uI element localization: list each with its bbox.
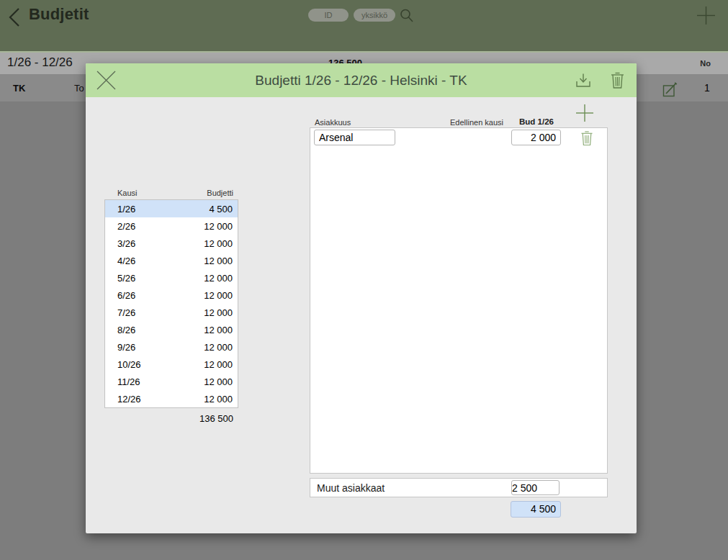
period-row[interactable]: 12/26 12 000 (105, 390, 238, 407)
budget-column-header: Budjetti (104, 189, 233, 197)
delete-budget-button[interactable] (610, 71, 625, 89)
budget-cell: 12 000 (204, 325, 233, 335)
budget-row-name: To (74, 83, 84, 94)
delete-account-button[interactable] (580, 130, 593, 146)
period-cell: 1/26 (117, 204, 135, 214)
add-budget-button[interactable] (696, 6, 716, 25)
accounts-total: 4 500 (511, 501, 561, 518)
search-icon (399, 8, 414, 23)
filter-pill-id[interactable]: ID (308, 9, 349, 22)
period-cell: 12/26 (117, 394, 141, 405)
trash-icon (610, 71, 625, 89)
period-table: 1/26 4 500 2/26 12 000 3/26 12 000 4/26 … (104, 199, 238, 408)
app-header: Budjetit ID yksikkö (0, 0, 728, 51)
page-title: Budjetit (29, 5, 89, 24)
back-button[interactable] (4, 6, 26, 29)
account-budget-input[interactable] (511, 130, 561, 145)
budget-cell: 12 000 (204, 273, 233, 284)
budget-cell: 12 000 (204, 342, 233, 353)
period-row[interactable]: 1/26 4 500 (105, 200, 238, 217)
account-name-input[interactable] (314, 130, 395, 145)
no-column-header: No (700, 59, 711, 68)
other-accounts-label: Muut asiakkaat (317, 482, 385, 494)
period-row[interactable]: 8/26 12 000 (105, 321, 238, 338)
budget-cell: 12 000 (204, 221, 233, 232)
budget-cell: 12 000 (204, 359, 233, 370)
account-row (310, 128, 607, 148)
budget-cell: 12 000 (204, 394, 233, 405)
budget-modal: Budjetti 1/26 - 12/26 - Helsinki - TK (86, 63, 637, 533)
period-cell: 5/26 (117, 273, 135, 284)
plus-icon (696, 6, 716, 25)
trash-icon (580, 130, 593, 146)
budget-row-code: TK (13, 83, 25, 94)
budget-row-number: 1 (704, 82, 710, 94)
close-icon (95, 69, 117, 91)
period-row[interactable]: 10/26 12 000 (105, 356, 238, 373)
budget-cell: 4 500 (209, 204, 233, 214)
period-row[interactable]: 2/26 12 000 (105, 217, 238, 235)
period-row[interactable]: 11/26 12 000 (105, 373, 238, 390)
plus-icon (575, 104, 594, 122)
period-cell: 9/26 (117, 342, 135, 353)
period-row[interactable]: 9/26 12 000 (105, 338, 238, 356)
edit-budget-button[interactable] (661, 81, 678, 98)
budget-cell: 12 000 (204, 307, 233, 318)
budget-cell: 12 000 (204, 290, 233, 301)
period-cell: 11/26 (117, 376, 140, 387)
period-cell: 3/26 (117, 238, 135, 249)
modal-header: Budjetti 1/26 - 12/26 - Helsinki - TK (86, 63, 637, 97)
budget-cell: 12 000 (204, 238, 233, 249)
accounts-list (310, 127, 608, 474)
period-cell: 2/26 (117, 221, 135, 232)
period-table-total: 136 500 (104, 413, 233, 424)
period-cell: 4/26 (117, 256, 135, 266)
budget-cell: 12 000 (204, 256, 233, 266)
period-cell: 10/26 (117, 359, 141, 370)
previous-period-column-header: Edellinen kausi (450, 118, 503, 127)
account-column-header: Asiakkuus (315, 118, 351, 127)
download-button[interactable] (575, 72, 592, 89)
period-row[interactable]: 4/26 12 000 (105, 252, 238, 269)
period-range-label: 1/26 - 12/26 (7, 55, 73, 70)
add-account-button[interactable] (575, 104, 594, 122)
other-accounts-input[interactable] (511, 480, 560, 495)
period-row[interactable]: 6/26 12 000 (105, 286, 238, 304)
period-cell: 7/26 (117, 307, 135, 318)
close-modal-button[interactable] (95, 69, 117, 91)
period-row[interactable]: 3/26 12 000 (105, 235, 238, 252)
search-button[interactable] (399, 8, 414, 23)
period-cell: 6/26 (117, 290, 135, 301)
filter-pill-yksikko[interactable]: yksikkö (354, 9, 395, 22)
modal-body: Kausi Budjetti 1/26 4 500 2/26 12 000 3/… (86, 97, 637, 533)
bud-column-header: Bud 1/26 (512, 117, 561, 126)
modal-title: Budjetti 1/26 - 12/26 - Helsinki - TK (86, 63, 637, 97)
period-row[interactable]: 7/26 12 000 (105, 304, 238, 321)
budget-cell: 12 000 (204, 376, 233, 387)
pencil-square-icon (661, 81, 678, 98)
period-cell: 8/26 (117, 325, 135, 335)
other-accounts-bar: Muut asiakkaat (310, 478, 608, 497)
download-icon (575, 72, 592, 89)
chevron-left-icon (4, 6, 26, 29)
period-row[interactable]: 5/26 12 000 (105, 269, 238, 286)
